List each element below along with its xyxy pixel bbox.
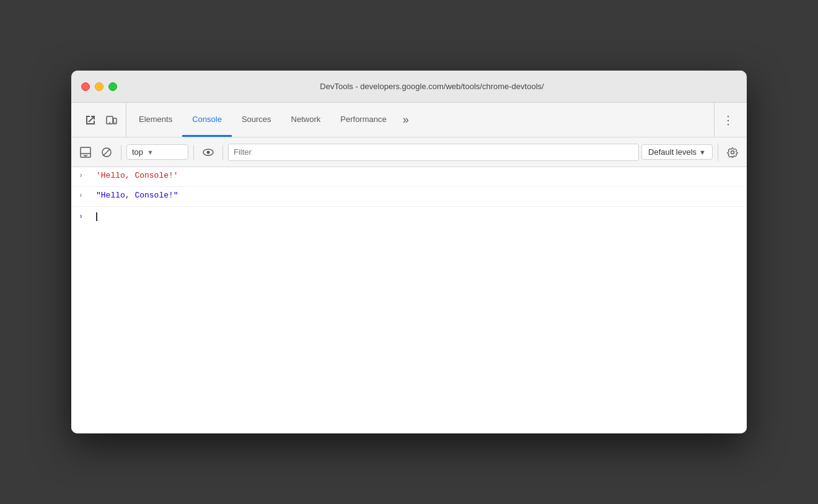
tabs-container: Elements Console Sources Network Perform…: [129, 103, 711, 137]
tab-performance[interactable]: Performance: [330, 103, 396, 137]
svg-point-11: [731, 150, 734, 154]
tab-console[interactable]: Console: [182, 103, 232, 137]
tab-bar-right: ⋮: [714, 103, 742, 137]
minimize-button[interactable]: [95, 82, 103, 91]
toolbar-divider-2: [193, 145, 194, 160]
device-toggle-icon[interactable]: [102, 111, 121, 129]
toolbar-divider-4: [718, 144, 718, 161]
console-prompt-icon: ›: [79, 212, 91, 221]
toolbar-divider-3: [222, 145, 223, 160]
tab-bar-icons: [76, 103, 126, 137]
live-expressions-button[interactable]: [199, 143, 218, 162]
svg-point-10: [207, 150, 210, 154]
devtools-window: DevTools - developers.google.com/web/too…: [71, 71, 747, 433]
tab-elements[interactable]: Elements: [129, 103, 182, 137]
svg-point-3: [115, 122, 116, 123]
log-levels-button[interactable]: Default levels ▼: [641, 144, 713, 160]
console-output: › 'Hello, Console!' ‹ "Hello, Console!" …: [71, 167, 747, 433]
title-bar: DevTools - developers.google.com/web/too…: [71, 71, 747, 103]
traffic-lights: [81, 82, 117, 91]
console-output-text-1: 'Hello, Console!': [96, 171, 178, 180]
clear-console-button[interactable]: [97, 143, 116, 162]
close-button[interactable]: [81, 82, 90, 91]
window-title: DevTools - developers.google.com/web/too…: [127, 82, 737, 91]
more-options-button[interactable]: ⋮: [719, 111, 737, 129]
console-log-line-2[interactable]: ‹ "Hello, Console!": [71, 187, 747, 207]
console-output-text-2: "Hello, Console!": [96, 191, 178, 200]
context-selector[interactable]: top ▼: [126, 144, 188, 160]
svg-line-8: [103, 149, 110, 155]
maximize-button[interactable]: [108, 82, 117, 91]
tab-bar: Elements Console Sources Network Perform…: [71, 103, 747, 137]
svg-point-2: [109, 122, 110, 123]
show-drawer-button[interactable]: [76, 143, 95, 162]
settings-button[interactable]: [723, 143, 742, 162]
return-arrow-2: ‹: [79, 191, 91, 200]
console-log-line-1[interactable]: › 'Hello, Console!': [71, 167, 747, 187]
toolbar-divider-1: [121, 145, 121, 160]
inspect-icon[interactable]: [81, 111, 100, 129]
console-toolbar: top ▼ Default levels ▼: [71, 137, 747, 167]
console-input-line[interactable]: ›: [71, 207, 747, 227]
svg-marker-6: [83, 155, 88, 157]
tab-sources[interactable]: Sources: [232, 103, 281, 137]
console-cursor: [96, 212, 97, 221]
filter-input[interactable]: [228, 144, 639, 161]
expand-arrow-1[interactable]: ›: [79, 171, 91, 180]
tab-network[interactable]: Network: [281, 103, 331, 137]
more-tabs-button[interactable]: »: [397, 103, 415, 137]
